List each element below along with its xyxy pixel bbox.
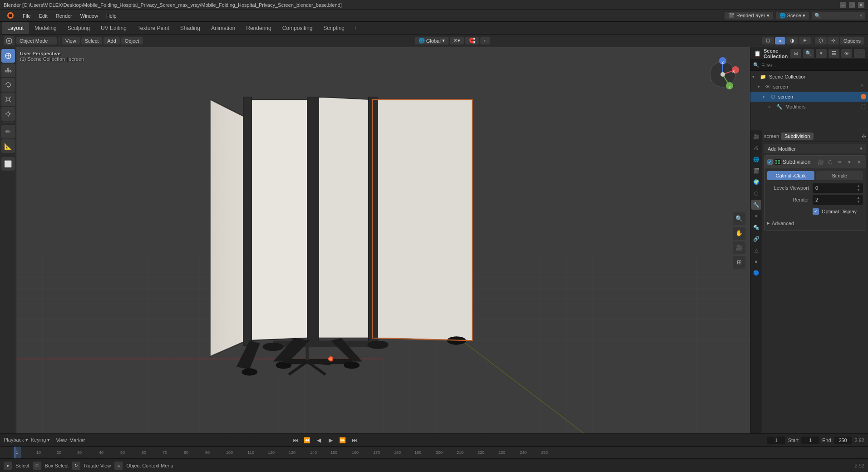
outliner-icon-2[interactable]: 🔍 — [803, 49, 814, 58]
maximize-btn[interactable]: □ — [849, 2, 855, 8]
tab-scripting[interactable]: Scripting — [318, 22, 350, 34]
tl-play-forward[interactable]: ▶ — [326, 436, 336, 445]
status-context-menu[interactable]: ≡ Object Context Menu — [114, 462, 173, 470]
tool-move[interactable] — [1, 64, 15, 77]
props-tab-output[interactable]: 🖨 — [751, 143, 761, 153]
mod-tab-subdivision[interactable]: Subdivision — [781, 133, 814, 140]
object-mode-dropdown[interactable]: Object Mode — [16, 37, 57, 44]
props-tab-physics[interactable]: 🔩 — [751, 222, 761, 232]
tool-cursor[interactable] — [1, 49, 15, 63]
viewport-shading-wireframe[interactable]: ⬡ — [762, 37, 774, 44]
hand-tool-btn[interactable]: ✋ — [733, 227, 745, 240]
tl-end-frame-input[interactable]: 250 — [834, 437, 852, 444]
modifier-simple-btn[interactable]: Simple — [816, 171, 863, 180]
tl-play-reverse[interactable]: ◀ — [314, 436, 325, 445]
props-tab-material[interactable]: ● — [751, 256, 761, 266]
tl-jump-prev[interactable]: ⏪ — [302, 436, 313, 445]
render-value-btn[interactable]: 2 ▲ ▼ — [813, 195, 863, 205]
add-menu[interactable]: Add — [104, 37, 120, 44]
viewport-gizmos[interactable]: ⊹ — [828, 37, 839, 44]
outliner-more-icon[interactable]: ⋯ — [854, 49, 865, 58]
outliner-search-input[interactable] — [761, 63, 865, 68]
status-rotate-view[interactable]: ↻ Rotate View — [72, 462, 111, 470]
menu-render[interactable]: Render — [52, 12, 76, 20]
add-modifier-btn[interactable]: Add Modifier ▾ — [764, 144, 866, 153]
levels-viewport-value-btn[interactable]: 0 ▲ ▼ — [813, 183, 863, 193]
keying-dropdown[interactable]: Keying ▾ — [31, 437, 50, 443]
props-tab-constraints[interactable]: 🔗 — [751, 234, 761, 244]
modifier-realtime-icon[interactable]: ⬡ — [826, 158, 834, 166]
mode-icon-btn[interactable] — [4, 36, 15, 45]
modifier-expand-icon[interactable]: ▾ — [845, 158, 853, 166]
transform-pivot[interactable]: ⊙▾ — [450, 37, 464, 44]
viewport-gizmo[interactable]: X Y Z — [705, 56, 741, 93]
scene-dropdown[interactable]: 🌐 Scene ▾ — [776, 12, 809, 20]
global-dropdown[interactable]: 🌐 Global ▾ — [415, 37, 449, 44]
render-layer-area[interactable]: 🔍 ▾ — [812, 12, 865, 20]
menu-edit[interactable]: Edit — [35, 12, 51, 20]
marker-dropdown[interactable]: Marker — [69, 438, 85, 443]
menu-help[interactable]: Help — [103, 12, 120, 20]
tab-shading[interactable]: Shading — [175, 22, 206, 34]
props-tab-shading[interactable]: 🔵 — [751, 268, 761, 278]
world-orientation-btn[interactable]: ⊞ — [733, 256, 745, 269]
tl-jump-end[interactable]: ⏭ — [349, 436, 360, 445]
modifier-enabled-checkbox[interactable]: ✓ — [767, 159, 773, 165]
advanced-toggle[interactable]: ▸ Advanced — [767, 218, 863, 228]
tab-compositing[interactable]: Compositing — [277, 22, 318, 34]
tl-current-frame-input[interactable]: 1 — [767, 437, 785, 444]
tree-vis-eye[interactable]: 👁 — [860, 84, 866, 90]
tl-start-frame-input[interactable]: 1 — [801, 437, 819, 444]
viewport[interactable]: User Perspective (1) Scene Collection | … — [16, 47, 750, 433]
snap-toggle[interactable]: 🧲 — [465, 37, 479, 44]
props-tab-render[interactable]: 🎥 — [751, 132, 761, 142]
menu-file[interactable]: File — [19, 12, 35, 20]
optimal-display-checkbox[interactable]: ✓ — [813, 208, 819, 215]
status-box-select[interactable]: □ Box Select — [33, 462, 69, 470]
modifier-delete-icon[interactable]: ✕ — [855, 158, 863, 166]
props-tab-object[interactable]: ⬡ — [751, 188, 761, 198]
tool-measure[interactable]: 📐 — [1, 139, 15, 153]
outliner-icon-1[interactable]: ⊞ — [790, 49, 801, 58]
tool-annotate[interactable]: ✏ — [1, 125, 15, 138]
modifier-catmull-clark-btn[interactable]: Catmull-Clark — [767, 171, 814, 180]
outliner-filter-icon[interactable]: ☰ — [829, 49, 839, 58]
zoom-in-btn[interactable]: 🔍 — [733, 212, 745, 225]
tree-item-screen-object[interactable]: ▸ ⬡ screen — [750, 92, 868, 102]
tab-uv-editing[interactable]: UV Editing — [95, 22, 132, 34]
outliner-icon-3[interactable]: ▾ — [816, 49, 827, 58]
props-tab-view-layer[interactable]: 🌐 — [751, 154, 761, 164]
viewport-overlays[interactable]: ⬡ — [815, 37, 827, 44]
scene-search-input[interactable] — [822, 13, 858, 19]
view-dropdown[interactable]: View — [56, 438, 67, 443]
options-menu[interactable]: Options — [840, 37, 864, 44]
tool-add-cube[interactable]: ⬜ — [1, 157, 15, 171]
close-btn[interactable]: ✕ — [858, 2, 864, 8]
modifier-edit-icon[interactable]: ✏ — [836, 158, 844, 166]
tl-jump-next[interactable]: ⏩ — [337, 436, 348, 445]
tab-layout[interactable]: Layout — [2, 22, 29, 34]
tree-item-modifiers[interactable]: ▸ 🔧 Modifiers — [750, 102, 868, 112]
tl-jump-start[interactable]: ⏮ — [290, 436, 301, 445]
tab-rendering[interactable]: Rendering — [241, 22, 276, 34]
viewport-shading-material[interactable]: ◑ — [786, 37, 798, 44]
tool-rotate[interactable] — [1, 78, 15, 92]
status-select[interactable]: ● Select — [4, 462, 30, 470]
proportional-edit[interactable]: ○ — [480, 37, 491, 44]
props-tab-modifiers[interactable]: 🔧 — [751, 200, 761, 210]
tab-add-btn[interactable]: + — [350, 23, 360, 33]
tab-sculpting[interactable]: Sculpting — [62, 22, 95, 34]
modifier-options-icon[interactable]: ⊹ — [862, 133, 866, 139]
props-tab-world[interactable]: 🌍 — [751, 177, 761, 187]
tab-texture-paint[interactable]: Texture Paint — [132, 22, 175, 34]
playback-dropdown[interactable]: Playback ▾ — [4, 437, 28, 443]
viewport-shading-solid[interactable]: ● — [775, 37, 785, 44]
props-tab-particles[interactable]: ✦ — [751, 211, 761, 221]
outliner-eye-icon[interactable]: 👁 — [841, 49, 852, 58]
select-menu[interactable]: Select — [81, 37, 103, 44]
props-tab-data[interactable]: △ — [751, 245, 761, 255]
camera-btn[interactable]: 🎥 — [733, 241, 745, 254]
tool-scale[interactable] — [1, 93, 15, 106]
viewport-shading-rendered[interactable]: ☀ — [799, 37, 811, 44]
render-engine-dropdown[interactable]: 🎬 RenderLayer ▾ — [725, 12, 773, 20]
